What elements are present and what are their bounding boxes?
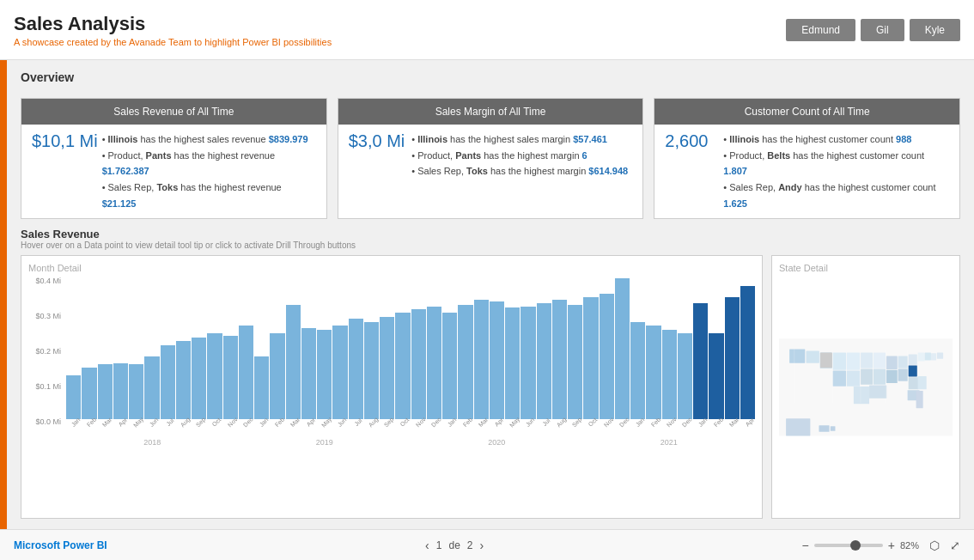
zoom-in-btn[interactable]: + <box>888 539 895 552</box>
bar-col[interactable]: Feb <box>709 277 723 426</box>
svg-rect-28 <box>916 391 923 408</box>
svg-rect-25 <box>869 385 886 398</box>
subtitle-after: Team to highlight Power BI possibilities <box>166 37 332 47</box>
bar <box>144 356 159 419</box>
bar <box>239 326 253 420</box>
share-icon-btn[interactable]: ⬡ <box>929 539 940 552</box>
bar-col[interactable]: Jan <box>630 277 645 426</box>
margin-detail-2: • Product, Pants has the highest margin … <box>411 148 628 164</box>
bar-col[interactable]: Mar <box>725 277 740 426</box>
zoom-slider[interactable] <box>814 544 883 547</box>
bar <box>411 309 426 419</box>
bar <box>113 363 128 420</box>
bar-col[interactable]: Apr <box>740 277 755 426</box>
bar <box>442 313 457 420</box>
bar <box>129 364 143 419</box>
bar-col[interactable]: Aug <box>552 277 567 426</box>
bar-col[interactable]: Dec <box>239 277 253 426</box>
bar-col[interactable]: Oct <box>395 277 410 426</box>
zoom-controls: − + 82% <box>802 539 919 552</box>
bar-col[interactable]: Apr <box>301 277 316 426</box>
bars-container[interactable]: JanFebMarAprMayJunJulAugSepOctNovDecJanF… <box>66 277 755 426</box>
bar-col[interactable]: Oct <box>207 277 222 426</box>
bar-col[interactable]: Dec <box>427 277 441 426</box>
bar-col[interactable]: Apr <box>490 277 504 426</box>
bar-col[interactable]: Oct <box>583 277 598 426</box>
us-map <box>779 338 953 450</box>
bar-col[interactable]: May <box>129 277 143 426</box>
bar-col[interactable]: Jun <box>144 277 159 426</box>
bar-col[interactable]: Sep <box>380 277 394 426</box>
bar-col[interactable]: Jan <box>442 277 457 426</box>
bar-col[interactable]: Jun <box>520 277 535 426</box>
bar-col[interactable]: Jan <box>254 277 269 426</box>
customers-detail-1: • Illinois has the highest customer coun… <box>723 131 949 148</box>
bar <box>192 338 206 419</box>
bar-col[interactable]: Mar <box>286 277 301 426</box>
bar <box>98 364 113 419</box>
bar <box>600 294 614 420</box>
nav-next-btn[interactable]: › <box>480 539 484 552</box>
bar-col[interactable]: Nov <box>223 277 238 426</box>
page-separator: de <box>448 539 460 551</box>
margin-detail-3: • Sales Rep, Toks has the highest margin… <box>411 163 628 180</box>
svg-rect-29 <box>786 418 810 435</box>
bar-chart-container: $0.4 Mi $0.3 Mi $0.2 Mi $0.1 Mi $0.0 Mi … <box>28 277 755 448</box>
bar <box>662 330 677 419</box>
bar-col[interactable]: Jun <box>332 277 347 426</box>
bar-col[interactable]: Jan <box>693 277 708 426</box>
bar-col[interactable]: Jul <box>349 277 363 426</box>
svg-rect-16 <box>909 354 917 364</box>
y-label-4: $0.4 Mi <box>35 277 61 285</box>
bar-col[interactable]: Sep <box>568 277 582 426</box>
y-axis: $0.4 Mi $0.3 Mi $0.2 Mi $0.1 Mi $0.0 Mi <box>28 277 64 426</box>
bar <box>427 307 441 420</box>
svg-rect-5 <box>833 370 846 386</box>
person-btn-edmund[interactable]: Edmund <box>786 19 855 41</box>
bar-col[interactable]: Feb <box>458 277 472 426</box>
bar-col[interactable]: Feb <box>646 277 660 426</box>
bar <box>349 319 363 419</box>
bar-col[interactable]: Mar <box>98 277 113 426</box>
bar-col[interactable]: Feb <box>82 277 96 426</box>
sales-charts-row: Month Detail $0.4 Mi $0.3 Mi $0.2 Mi $0.… <box>21 255 960 519</box>
expand-icon-btn[interactable]: ⤢ <box>950 539 960 552</box>
svg-rect-11 <box>874 368 886 384</box>
customers-big-number: 2,600 <box>665 131 716 151</box>
bar-col[interactable]: Dec <box>678 277 692 426</box>
nav-prev-btn[interactable]: ‹ <box>425 539 429 552</box>
top-bar-right: Edmund Gil Kyle <box>786 19 960 41</box>
bar <box>395 313 410 420</box>
bar-col[interactable]: Jul <box>161 277 175 426</box>
zoom-out-btn[interactable]: − <box>802 539 809 552</box>
bar-col[interactable]: Feb <box>270 277 284 426</box>
bar-col[interactable]: Nov <box>411 277 426 426</box>
bar <box>615 278 630 420</box>
svg-rect-31 <box>831 426 836 431</box>
bar-col[interactable]: Nov <box>600 277 614 426</box>
bar-col[interactable]: Mar <box>474 277 489 426</box>
bar-col[interactable]: Aug <box>176 277 191 426</box>
powerbi-link[interactable]: Microsoft Power BI <box>14 539 107 551</box>
bar-col[interactable]: Apr <box>113 277 128 426</box>
bar-col[interactable]: May <box>317 277 332 426</box>
bar-col[interactable]: Sep <box>192 277 206 426</box>
margin-big-number: $3,0 Mi <box>349 131 405 151</box>
person-btn-gil[interactable]: Gil <box>861 19 904 41</box>
card-revenue-header: Sales Revenue of All Time <box>21 99 326 125</box>
bar <box>364 322 379 420</box>
svg-rect-17 <box>909 365 917 376</box>
y-label-0: $0.0 Mi <box>35 417 61 426</box>
bar-col[interactable]: May <box>505 277 520 426</box>
x-group-2019: 2019 <box>239 438 411 447</box>
bar-col[interactable]: Jul <box>537 277 551 426</box>
bar-col[interactable]: Jan <box>66 277 81 426</box>
revenue-detail-3: • Sales Rep, Toks has the highest revenu… <box>102 180 316 211</box>
bar-col[interactable]: Nov <box>662 277 677 426</box>
bar-col[interactable]: Dec <box>615 277 630 426</box>
bar-col[interactable]: Aug <box>364 277 379 426</box>
bar <box>82 368 96 419</box>
app-subtitle: A showcase created by the Avanade Team t… <box>14 37 786 47</box>
y-label-1: $0.1 Mi <box>35 382 61 391</box>
person-btn-kyle[interactable]: Kyle <box>910 19 960 41</box>
